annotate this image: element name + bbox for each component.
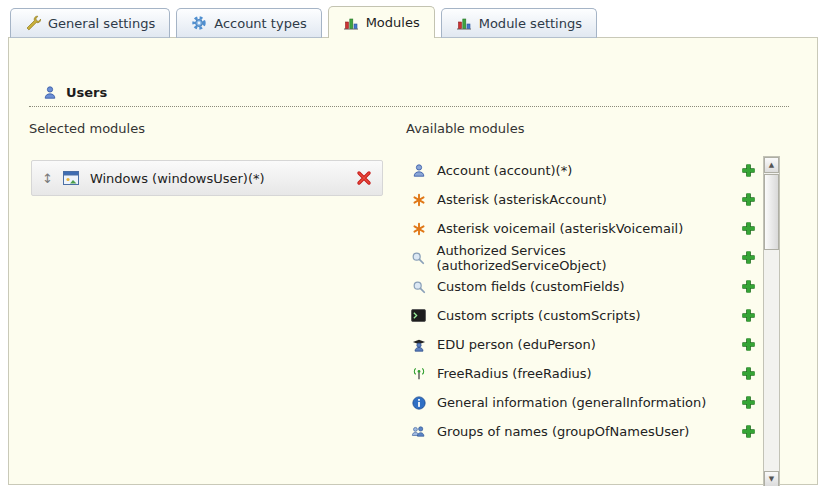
add-module-button[interactable] bbox=[741, 395, 756, 410]
module-label: Groups of names (groupOfNamesUser) bbox=[437, 424, 689, 439]
remove-module-button[interactable] bbox=[356, 170, 372, 186]
module-label: General information (generalInformation) bbox=[437, 395, 706, 410]
window-image-icon bbox=[63, 171, 80, 185]
add-module-button[interactable] bbox=[741, 250, 756, 265]
gear-icon bbox=[191, 15, 207, 31]
add-module-button[interactable] bbox=[741, 279, 756, 294]
list-item: Asterisk (asteriskAccount) bbox=[406, 185, 762, 214]
add-module-button[interactable] bbox=[741, 424, 756, 439]
content-panel: Users Selected modules Available modules… bbox=[8, 37, 818, 485]
list-item: Account (account)(*) bbox=[406, 156, 762, 185]
add-module-button[interactable] bbox=[741, 192, 756, 207]
tab-label: General settings bbox=[48, 16, 155, 31]
list-item: Asterisk voicemail (asteriskVoicemail) bbox=[406, 214, 762, 243]
graduate-icon bbox=[410, 338, 427, 352]
drag-handle-icon[interactable]: ↕ bbox=[42, 172, 53, 185]
bar-chart-icon bbox=[456, 15, 472, 31]
tab-module-settings[interactable]: Module settings bbox=[441, 8, 597, 38]
selected-module-row[interactable]: ↕ Windows (windowsUser)(*) bbox=[31, 160, 383, 196]
module-label: FreeRadius (freeRadius) bbox=[437, 366, 592, 381]
add-module-button[interactable] bbox=[741, 163, 756, 178]
asterisk-icon bbox=[410, 193, 427, 207]
add-module-button[interactable] bbox=[741, 337, 756, 352]
add-module-button[interactable] bbox=[741, 366, 756, 381]
group-icon bbox=[410, 425, 427, 439]
selected-modules-heading: Selected modules bbox=[29, 121, 145, 136]
tab-general-settings[interactable]: General settings bbox=[10, 8, 170, 38]
list-item: Authorized Services (authorizedServiceOb… bbox=[406, 243, 762, 272]
wrench-icon bbox=[25, 15, 41, 31]
module-label: Asterisk voicemail (asteriskVoicemail) bbox=[437, 221, 683, 236]
bar-chart-icon bbox=[343, 15, 359, 31]
section-title: Users bbox=[66, 85, 107, 100]
antenna-icon bbox=[410, 367, 427, 381]
module-label: Account (account)(*) bbox=[437, 163, 572, 178]
tab-label: Module settings bbox=[479, 16, 582, 31]
selected-module-label: Windows (windowsUser)(*) bbox=[90, 171, 265, 186]
tab-label: Modules bbox=[366, 15, 420, 30]
terminal-icon bbox=[410, 309, 427, 322]
list-item: Custom fields (customFields) bbox=[406, 272, 762, 301]
magnifier-icon bbox=[410, 280, 427, 294]
add-module-button[interactable] bbox=[741, 221, 756, 236]
module-label: Authorized Services (authorizedServiceOb… bbox=[436, 243, 731, 273]
tab-label: Account types bbox=[214, 16, 306, 31]
magnifier-icon bbox=[410, 251, 426, 265]
info-icon bbox=[410, 396, 427, 410]
user-icon bbox=[410, 163, 427, 178]
tab-bar: General settings Account types Modules M… bbox=[10, 7, 597, 38]
module-label: Asterisk (asteriskAccount) bbox=[437, 192, 607, 207]
list-item: FreeRadius (freeRadius) bbox=[406, 359, 762, 388]
asterisk-icon bbox=[410, 222, 427, 236]
module-label: Custom scripts (customScripts) bbox=[437, 308, 641, 323]
list-item: Groups of names (groupOfNamesUser) bbox=[406, 417, 762, 446]
user-icon bbox=[43, 85, 57, 100]
available-modules-list: Account (account)(*) Asterisk (asteriskA… bbox=[406, 156, 762, 446]
scroll-down-icon[interactable]: ▼ bbox=[764, 471, 779, 486]
available-modules-heading: Available modules bbox=[406, 121, 524, 136]
module-label: Custom fields (customFields) bbox=[437, 279, 625, 294]
section-heading-users: Users bbox=[43, 85, 107, 100]
add-module-button[interactable] bbox=[741, 308, 756, 323]
tab-modules[interactable]: Modules bbox=[328, 6, 435, 38]
list-item: General information (generalInformation) bbox=[406, 388, 762, 417]
list-item: EDU person (eduPerson) bbox=[406, 330, 762, 359]
module-label: EDU person (eduPerson) bbox=[437, 337, 596, 352]
tab-account-types[interactable]: Account types bbox=[176, 8, 321, 38]
list-item: Custom scripts (customScripts) bbox=[406, 301, 762, 330]
scrollbar-thumb[interactable] bbox=[764, 174, 779, 250]
scrollbar[interactable]: ▲ ▼ bbox=[763, 156, 780, 486]
section-divider bbox=[29, 106, 789, 107]
scroll-up-icon[interactable]: ▲ bbox=[764, 157, 779, 173]
